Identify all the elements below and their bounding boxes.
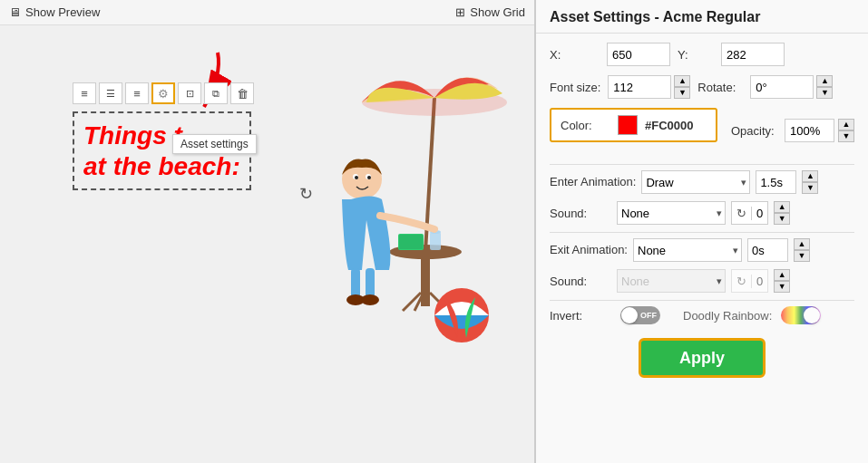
doodly-rainbow-label: Doodly Rainbow: bbox=[683, 309, 772, 323]
opacity-input[interactable] bbox=[785, 119, 834, 142]
exit-sound-label: Sound: bbox=[550, 275, 611, 288]
enter-time-down-button[interactable]: ▼ bbox=[802, 182, 818, 194]
color-swatch[interactable] bbox=[618, 115, 638, 135]
crop-button[interactable]: ⊡ bbox=[178, 82, 201, 104]
element-toolbar: ≡ ☰ ≡ ⚙ ⊡ ⧉ 🗑 bbox=[73, 82, 254, 104]
apply-button[interactable]: Apply bbox=[639, 338, 766, 378]
color-hex-value: #FC0000 bbox=[645, 119, 693, 132]
xy-row: X: Y: bbox=[550, 43, 854, 66]
panel-body: X: Y: Font size: ▲ ▼ Rotate: bbox=[536, 34, 868, 391]
align-center-button[interactable]: ☰ bbox=[99, 82, 122, 104]
enter-loop-spinner: ▲ ▼ bbox=[774, 201, 790, 225]
show-grid-toggle[interactable]: ⊞ Show Grid bbox=[455, 5, 525, 19]
settings-panel: Asset Settings - Acme Regular X: Y: Font… bbox=[535, 0, 868, 463]
divider-2 bbox=[550, 232, 854, 233]
exit-loop-count: 0 bbox=[751, 275, 767, 288]
enter-time-up-button[interactable]: ▲ bbox=[802, 170, 818, 182]
fontsize-label: Font size: bbox=[550, 81, 600, 94]
exit-time-up-button[interactable]: ▲ bbox=[794, 238, 810, 250]
top-bar: 🖥 Show Preview ⊞ Show Grid bbox=[0, 0, 534, 25]
rotate-label: Rotate: bbox=[697, 81, 743, 94]
exit-anim-select[interactable]: None Fade Slide bbox=[633, 238, 742, 262]
rotate-down-button[interactable]: ▼ bbox=[816, 87, 833, 99]
exit-sound-select[interactable]: None bbox=[617, 269, 726, 293]
enter-anim-time[interactable] bbox=[756, 170, 796, 194]
align-right-button[interactable]: ≡ bbox=[125, 82, 149, 104]
grid-icon: ⊞ bbox=[455, 5, 465, 19]
opacity-group: Opacity: ▲ ▼ bbox=[731, 119, 854, 142]
x-label: X: bbox=[550, 48, 600, 62]
svg-rect-9 bbox=[399, 235, 423, 249]
doodly-rainbow-toggle[interactable] bbox=[781, 306, 821, 324]
rainbow-toggle-knob bbox=[804, 307, 820, 323]
exit-loop-spinner: ▲ ▼ bbox=[774, 269, 790, 293]
enter-loop-count: 0 bbox=[751, 207, 767, 220]
exit-loop-group: ↻ 0 bbox=[731, 269, 768, 293]
exit-sound-select-wrapper: None bbox=[617, 269, 726, 293]
svg-point-20 bbox=[355, 176, 358, 179]
show-preview-label: Show Preview bbox=[25, 5, 100, 19]
enter-loop-icon: ↻ bbox=[732, 207, 751, 220]
enter-anim-label: Enter Animation: bbox=[550, 175, 636, 190]
exit-animation-row: Exit Animation: None Fade Slide ▲ ▼ bbox=[550, 238, 854, 262]
align-left-button[interactable]: ≡ bbox=[73, 82, 96, 104]
x-input-group bbox=[607, 43, 670, 66]
opacity-spinner: ▲ ▼ bbox=[838, 119, 854, 142]
rotate-input-group: ▲ ▼ bbox=[750, 75, 833, 99]
enter-sound-select[interactable]: None Beep bbox=[617, 201, 726, 225]
svg-point-17 bbox=[361, 294, 379, 305]
exit-loop-down-button[interactable]: ▼ bbox=[774, 281, 790, 293]
enter-sound-label: Sound: bbox=[550, 207, 611, 220]
enter-loop-down-button[interactable]: ▼ bbox=[774, 213, 790, 225]
y-label: Y: bbox=[678, 48, 714, 62]
delete-button[interactable]: 🗑 bbox=[230, 82, 254, 104]
exit-anim-select-wrapper: None Fade Slide bbox=[633, 238, 742, 262]
fontsize-down-button[interactable]: ▼ bbox=[674, 87, 690, 99]
fontsize-input[interactable] bbox=[608, 75, 671, 99]
divider-1 bbox=[550, 164, 854, 165]
rotate-input[interactable] bbox=[750, 75, 814, 99]
exit-anim-time-spinner: ▲ ▼ bbox=[794, 238, 810, 262]
enter-sound-row: Sound: None Beep ↻ 0 ▲ ▼ bbox=[550, 201, 854, 225]
enter-animation-row: Enter Animation: Draw None Fade Slide ▲ … bbox=[550, 170, 854, 194]
exit-anim-time[interactable] bbox=[747, 238, 788, 262]
preview-icon: 🖥 bbox=[9, 5, 21, 19]
duplicate-button[interactable]: ⧉ bbox=[204, 82, 228, 104]
opacity-up-button[interactable]: ▲ bbox=[838, 119, 854, 130]
divider-3 bbox=[550, 300, 854, 301]
exit-anim-label: Exit Animation: bbox=[550, 243, 628, 258]
enter-sound-select-wrapper: None Beep bbox=[617, 201, 726, 225]
invert-row: Invert: OFF Doodly Rainbow: bbox=[550, 306, 854, 324]
exit-loop-up-button[interactable]: ▲ bbox=[774, 269, 790, 281]
enter-anim-select-wrapper: Draw None Fade Slide bbox=[641, 170, 750, 194]
invert-toggle[interactable]: OFF bbox=[620, 306, 660, 324]
asset-settings-button[interactable]: ⚙ bbox=[151, 82, 175, 104]
y-input-group bbox=[721, 43, 785, 66]
exit-time-down-button[interactable]: ▼ bbox=[794, 250, 810, 262]
x-input[interactable] bbox=[607, 43, 670, 66]
enter-anim-select[interactable]: Draw None Fade Slide bbox=[641, 170, 750, 194]
rotate-handle[interactable]: ↻ bbox=[299, 184, 313, 204]
rotate-up-button[interactable]: ▲ bbox=[816, 75, 833, 87]
exit-sound-row: Sound: None ↻ 0 ▲ ▼ bbox=[550, 269, 854, 293]
show-grid-label: Show Grid bbox=[470, 5, 525, 19]
opacity-label: Opacity: bbox=[731, 124, 781, 138]
y-input[interactable] bbox=[721, 43, 785, 66]
svg-rect-10 bbox=[430, 232, 441, 250]
fontsize-rotate-row: Font size: ▲ ▼ Rotate: ▲ ▼ bbox=[550, 75, 854, 99]
show-preview-toggle[interactable]: 🖥 Show Preview bbox=[9, 5, 100, 19]
canvas-area: ≡ ☰ ≡ ⚙ ⊡ ⧉ 🗑 Things tat the beach: Asse… bbox=[0, 25, 534, 457]
svg-point-21 bbox=[367, 176, 371, 179]
invert-label: Invert: bbox=[550, 309, 611, 323]
enter-anim-time-spinner: ▲ ▼ bbox=[802, 170, 818, 194]
invert-toggle-knob bbox=[621, 307, 638, 323]
enter-loop-group: ↻ 0 bbox=[731, 201, 768, 225]
color-label: Color: bbox=[561, 119, 610, 132]
beach-scene bbox=[317, 53, 525, 361]
panel-title: Asset Settings - Acme Regular bbox=[536, 0, 868, 34]
fontsize-spinner: ▲ ▼ bbox=[674, 75, 690, 99]
enter-loop-up-button[interactable]: ▲ bbox=[774, 201, 790, 213]
opacity-down-button[interactable]: ▼ bbox=[838, 130, 854, 142]
fontsize-input-group: ▲ ▼ bbox=[608, 75, 690, 99]
fontsize-up-button[interactable]: ▲ bbox=[674, 75, 690, 87]
